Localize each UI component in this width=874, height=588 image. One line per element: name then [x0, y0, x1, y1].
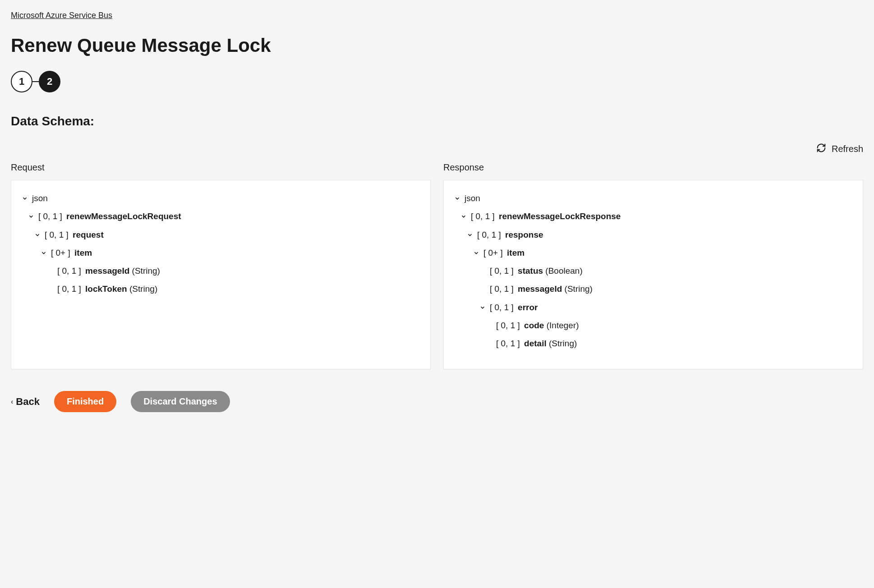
step-2[interactable]: 2	[39, 71, 60, 92]
response-panel: json [ 0, 1 ] renewMessageLockResponse	[443, 180, 863, 369]
tree-node[interactable]: [ 0, 1 ] response	[465, 226, 854, 244]
back-label: Back	[16, 396, 40, 408]
tree-leaf[interactable]: [ 0, 1 ] messageId (String)	[46, 262, 421, 280]
tree-node-json[interactable]: json	[20, 189, 421, 207]
tree-node-label: [ 0+ ] item	[51, 246, 92, 260]
request-heading: Request	[11, 162, 431, 173]
discard-changes-button[interactable]: Discard Changes	[131, 391, 230, 412]
step-1[interactable]: 1	[11, 71, 32, 92]
tree-node-label: [ 0, 1 ] response	[477, 228, 543, 242]
tree-node-label: [ 0, 1 ] request	[45, 228, 104, 242]
chevron-down-icon[interactable]	[472, 248, 481, 257]
chevron-down-icon[interactable]	[27, 212, 36, 221]
page-title: Renew Queue Message Lock	[11, 35, 863, 56]
chevron-down-icon[interactable]	[465, 230, 474, 239]
finished-button[interactable]: Finished	[54, 391, 116, 412]
response-heading: Response	[443, 162, 863, 173]
chevron-down-icon[interactable]	[33, 230, 42, 239]
footer-bar: ‹ Back Finished Discard Changes	[11, 391, 863, 412]
section-title: Data Schema:	[11, 114, 863, 129]
chevron-down-icon[interactable]	[459, 212, 468, 221]
tree-node-label: [ 0, 1 ] code (Integer)	[496, 318, 579, 333]
tree-node-label: [ 0, 1 ] renewMessageLockRequest	[38, 209, 181, 224]
breadcrumb-parent-link[interactable]: Microsoft Azure Service Bus	[11, 11, 112, 20]
tree-node-label: [ 0+ ] item	[483, 246, 524, 260]
tree-node-json[interactable]: json	[453, 189, 854, 207]
tree-node-label: [ 0, 1 ] lockToken (String)	[57, 282, 157, 296]
refresh-label: Refresh	[832, 144, 863, 154]
tree-node-label: json	[32, 191, 48, 206]
tree-leaf[interactable]: [ 0, 1 ] status (Boolean)	[478, 262, 854, 280]
tree-node[interactable]: [ 0+ ] item	[472, 244, 854, 262]
tree-leaf[interactable]: [ 0, 1 ] detail (String)	[484, 335, 854, 353]
response-column: Response json [ 0, 1 ] renewMessageLockR…	[443, 162, 863, 369]
tree-node[interactable]: [ 0+ ] item	[39, 244, 421, 262]
chevron-down-icon[interactable]	[478, 303, 487, 312]
tree-node[interactable]: [ 0, 1 ] error	[478, 299, 854, 317]
tree-node-label: [ 0, 1 ] messageId (String)	[490, 282, 593, 296]
back-button[interactable]: ‹ Back	[11, 396, 40, 408]
request-panel: json [ 0, 1 ] renewMessageLockRequest	[11, 180, 431, 369]
tree-leaf[interactable]: [ 0, 1 ] messageId (String)	[478, 280, 854, 298]
tree-node-label: [ 0, 1 ] messageId (String)	[57, 264, 160, 278]
tree-node-label: [ 0, 1 ] renewMessageLockResponse	[471, 209, 621, 224]
request-column: Request json [ 0, 1 ] renewMessageLockRe…	[11, 162, 431, 369]
tree-node[interactable]: [ 0, 1 ] request	[33, 226, 421, 244]
tree-node-label: json	[465, 191, 480, 206]
chevron-down-icon[interactable]	[453, 194, 462, 203]
tree-node[interactable]: [ 0, 1 ] renewMessageLockResponse	[459, 207, 854, 225]
refresh-icon	[816, 143, 826, 155]
chevron-down-icon[interactable]	[20, 194, 29, 203]
chevron-left-icon: ‹	[11, 398, 13, 406]
tree-node-label: [ 0, 1 ] detail (String)	[496, 336, 577, 351]
tree-leaf[interactable]: [ 0, 1 ] code (Integer)	[484, 317, 854, 335]
refresh-button[interactable]: Refresh	[11, 143, 863, 155]
tree-node-label: [ 0, 1 ] status (Boolean)	[490, 264, 583, 278]
chevron-down-icon[interactable]	[39, 248, 48, 257]
step-connector	[32, 81, 39, 82]
stepper: 1 2	[11, 71, 863, 92]
tree-node[interactable]: [ 0, 1 ] renewMessageLockRequest	[27, 207, 421, 225]
tree-leaf[interactable]: [ 0, 1 ] lockToken (String)	[46, 280, 421, 298]
tree-node-label: [ 0, 1 ] error	[490, 300, 538, 315]
